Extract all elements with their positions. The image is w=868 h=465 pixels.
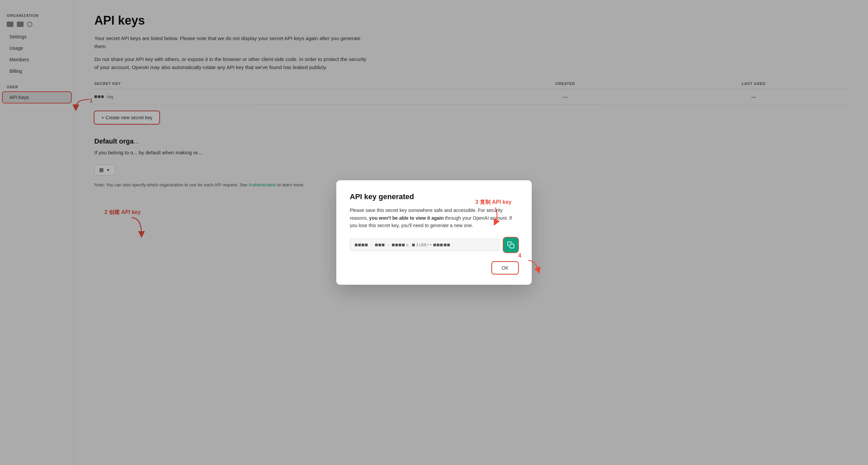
modal-title: API key generated bbox=[350, 192, 518, 201]
api-key-display-row: - - p. bbox=[350, 238, 518, 252]
svg-rect-0 bbox=[510, 244, 514, 248]
copy-icon bbox=[507, 241, 515, 249]
copy-api-key-button[interactable] bbox=[503, 238, 518, 252]
api-key-display: - - p. bbox=[350, 239, 500, 251]
modal-overlay[interactable]: API key generated Please save this secre… bbox=[0, 0, 868, 465]
modal-description: Please save this secret key somewhere sa… bbox=[350, 207, 518, 229]
api-key-generated-modal: API key generated Please save this secre… bbox=[336, 180, 532, 284]
modal-footer: OK bbox=[350, 262, 518, 274]
ok-button[interactable]: OK bbox=[492, 262, 518, 274]
